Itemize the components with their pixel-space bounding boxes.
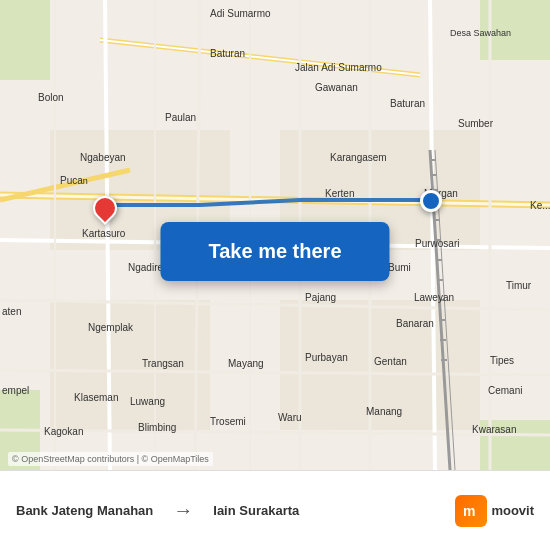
moovit-logo: m moovit [455,495,534,527]
map-copyright: © OpenStreetMap contributors | © OpenMap… [8,452,213,466]
destination-label: Iain Surakarta [213,503,299,518]
svg-text:m: m [463,503,475,519]
map-container: Adi Sumarmo Jalan Adi Sumarmo Desa Sawah… [0,0,550,470]
destination-pin [420,190,442,212]
location-info: Bank Jateng Manahan → Iain Surakarta [16,499,455,522]
moovit-text: moovit [491,503,534,518]
bottom-bar: Bank Jateng Manahan → Iain Surakarta m m… [0,470,550,550]
svg-line-9 [100,40,420,75]
svg-rect-7 [280,300,480,430]
moovit-icon: m [455,495,487,527]
take-me-there-button[interactable]: Take me there [160,222,389,281]
svg-rect-6 [50,300,210,430]
origin-label: Bank Jateng Manahan [16,503,153,518]
svg-line-18 [0,430,550,435]
direction-arrow: → [173,499,193,522]
svg-rect-0 [0,0,50,80]
